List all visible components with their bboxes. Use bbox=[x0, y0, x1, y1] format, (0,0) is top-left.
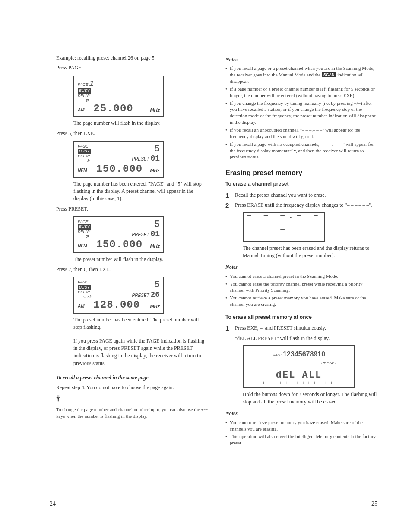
step-item: 2Press ERASE until the frequency display… bbox=[225, 201, 377, 209]
lcd-display-del-all: PAGE12345678910 PRESET dEL ALL ┴┴┴┴┴┴┴┴┴… bbox=[243, 345, 355, 388]
erase-channel-preset-heading: To erase a channel preset bbox=[225, 180, 377, 188]
page-number-left: 24 bbox=[50, 500, 56, 508]
note-item: If a page number or a preset channel num… bbox=[225, 86, 377, 99]
step-2-text: Press 5, then EXE. bbox=[56, 130, 208, 137]
erasing-preset-memory-heading: Erasing preset memory bbox=[225, 168, 377, 178]
example-text-1: Example: recalling preset channel 26 on … bbox=[56, 54, 208, 62]
lcd-display-1: PAGE 1 BUSY DELAY 5k AM 25.000 MHz bbox=[73, 76, 164, 117]
lcd-display-erase: – – –.– – – bbox=[243, 212, 325, 242]
caption-4: The preset number has been entered. The … bbox=[73, 316, 208, 331]
step-4-text: Press 2, then 6, then EXE. bbox=[56, 266, 208, 273]
caption-5: If you press PAGE again while the PAGE i… bbox=[73, 337, 208, 368]
caption-2: The page number has been entered. "PAGE"… bbox=[73, 180, 208, 203]
note-item: You cannot retrieve preset memory you ha… bbox=[225, 419, 377, 432]
note-item: You cannot erase a channel preset in the… bbox=[225, 273, 377, 280]
lcd-display-3: PAGE BUSY DELAY 5k 5 PRESET 01 NFM 150.0… bbox=[73, 216, 164, 253]
example-text-2: Press PAGE. bbox=[56, 64, 208, 72]
recall-same-page-heading: To recall a preset channel in the same p… bbox=[56, 374, 208, 381]
caption-1: The page number will flash in the displa… bbox=[73, 120, 208, 127]
note-item: You cannot retrieve a preset memory you … bbox=[225, 295, 377, 308]
note-item: If you recall a page or a preset channel… bbox=[225, 65, 377, 85]
note-item: You cannot erase the priority channel pr… bbox=[225, 281, 377, 294]
note-item: This operation will also revert the Inte… bbox=[225, 433, 377, 446]
notes-list-1: If you recall a page or a preset channel… bbox=[225, 65, 377, 160]
notes-heading-2: Notes bbox=[225, 264, 377, 271]
step-3-text: Press PRESET. bbox=[56, 205, 208, 213]
notes-heading-3: Notes bbox=[225, 410, 377, 417]
note-item: If you recall an unoccupied channel, "– … bbox=[225, 127, 377, 140]
tip-body: To change the page number and channel nu… bbox=[56, 406, 208, 419]
lcd-display-2: PAGE BUSY DELAY 5k 5 PRESET 01 NFM 150.0… bbox=[73, 141, 164, 177]
note-item: If you recall a page with no occupied ch… bbox=[225, 141, 377, 161]
recall-same-page-body: Repeat step 4. You do not have to choose… bbox=[56, 384, 208, 391]
note-item: If you change the frequency by tuning ma… bbox=[225, 100, 377, 126]
del-all-caption: Hold the buttons down for 3 seconds or l… bbox=[243, 391, 377, 406]
erase-all-heading: To erase all preset memory at once bbox=[225, 314, 377, 321]
notes-heading-1: Notes bbox=[225, 56, 377, 63]
scan-badge: SCAN bbox=[322, 72, 336, 77]
erase-caption: The channel preset has been erased and t… bbox=[243, 245, 377, 260]
lcd-display-4: PAGE BUSY DELAY 12.5k 5 PRESET 26 AM 128… bbox=[73, 277, 164, 313]
caption-3: The preset number will flash in the disp… bbox=[73, 256, 208, 263]
notes-list-2: You cannot erase a channel preset in the… bbox=[225, 273, 377, 308]
step-item: 1Recall the preset channel you want to e… bbox=[225, 192, 377, 199]
notes-list-3: You cannot retrieve preset memory you ha… bbox=[225, 419, 377, 446]
tip-icon: ϔ bbox=[56, 395, 208, 404]
page-number-right: 25 bbox=[371, 500, 377, 508]
step-item: 1 Press EXE, –, and PRESET simultaneousl… bbox=[225, 324, 377, 342]
